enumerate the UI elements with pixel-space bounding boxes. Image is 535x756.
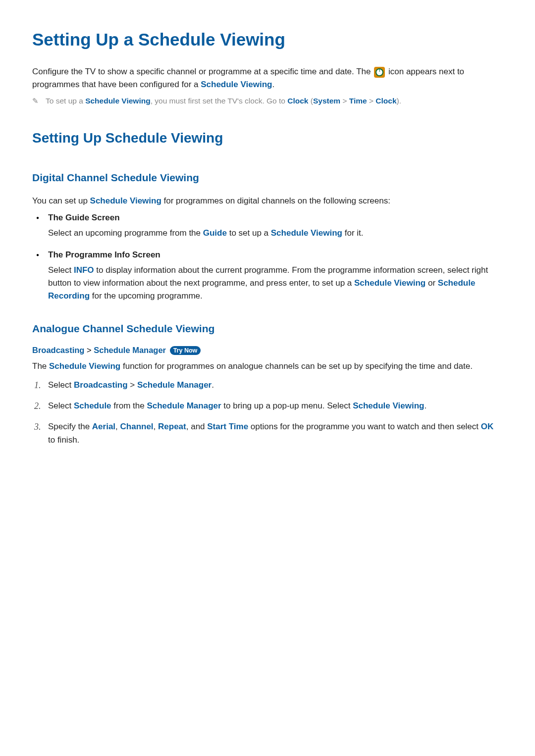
note-sep-2: > — [367, 97, 376, 105]
schedule-viewing-term: Schedule Viewing — [201, 80, 272, 89]
breadcrumb: Broadcasting > Schedule Manager Try Now — [32, 346, 503, 355]
note-clock-2: Clock — [375, 97, 396, 105]
s3-channel: Channel — [120, 422, 154, 431]
bc-schedule-manager: Schedule Manager — [94, 346, 166, 354]
analogue-channel-heading: Analogue Channel Schedule Viewing — [32, 323, 503, 335]
s3-c2: , — [154, 422, 158, 431]
note-icon: ✎ — [32, 97, 39, 105]
guide-sv-term: Schedule Viewing — [271, 228, 342, 238]
digital-list: The Guide Screen Select an upcoming prog… — [32, 213, 503, 302]
guide-screen-title: The Guide Screen — [48, 213, 503, 223]
programme-info-title: The Programme Info Screen — [48, 250, 503, 260]
s2-schedule: Schedule — [74, 401, 111, 410]
s3-start-time: Start Time — [207, 422, 248, 431]
intro-text-1: Configure the TV to show a specific chan… — [32, 67, 373, 76]
try-now-badge[interactable]: Try Now — [170, 346, 201, 355]
note-clock-1: Clock — [287, 97, 308, 105]
digital-intro: You can set up Schedule Viewing for prog… — [32, 195, 503, 207]
s1-post: . — [212, 380, 214, 390]
note-system: System — [313, 97, 340, 105]
note-schedule-viewing: Schedule Viewing — [85, 97, 151, 105]
clock-icon — [374, 67, 385, 78]
list-item: The Programme Info Screen Select INFO to… — [48, 250, 503, 303]
list-item: The Guide Screen Select an upcoming prog… — [48, 213, 503, 240]
note-paren-open: ( — [308, 97, 313, 105]
s2-mid1: from the — [111, 401, 147, 410]
note-time: Time — [349, 97, 367, 105]
s3-ok: OK — [481, 422, 494, 431]
s3-aerial: Aerial — [92, 422, 115, 431]
digital-channel-heading: Digital Channel Schedule Viewing — [32, 172, 503, 184]
note-mid: , you must first set the TV's clock. Go … — [151, 97, 288, 105]
clock-note: ✎ To set up a Schedule Viewing, you must… — [32, 96, 503, 106]
intro-period: . — [272, 80, 274, 89]
pi-body-or: or — [426, 278, 438, 288]
s2-schedule-viewing: Schedule Viewing — [353, 401, 424, 410]
s3-repeat: Repeat — [158, 422, 186, 431]
s3-post: to finish. — [48, 435, 79, 445]
guide-body-pre: Select an upcoming programme from the — [48, 228, 203, 238]
bc-broadcasting: Broadcasting — [32, 346, 84, 354]
s3-pre: Specify the — [48, 422, 92, 431]
s2-mid2: to bring up a pop-up menu. Select — [221, 401, 353, 410]
section-heading-setting-up: Setting Up Schedule Viewing — [32, 130, 503, 146]
pi-body-pre: Select — [48, 265, 74, 275]
digital-intro-post: for programmes on digital channels on th… — [161, 196, 390, 205]
note-paren-close: ). — [397, 97, 401, 105]
bc-sep: > — [84, 346, 94, 354]
guide-body-mid: to set up a — [227, 228, 271, 238]
guide-term: Guide — [203, 228, 227, 238]
digital-intro-pre: You can set up — [32, 196, 90, 205]
programme-info-body: Select INFO to display information about… — [48, 264, 503, 303]
guide-body-post: for it. — [342, 228, 364, 238]
pi-sv-term: Schedule Viewing — [354, 278, 426, 288]
s1-pre: Select — [48, 380, 74, 390]
analogue-intro-pre: The — [32, 361, 49, 371]
info-term: INFO — [74, 265, 94, 275]
guide-screen-body: Select an upcoming programme from the Gu… — [48, 227, 503, 240]
step-item: Specify the Aerial, Channel, Repeat, and… — [48, 420, 503, 447]
s3-c3: , and — [186, 422, 208, 431]
s2-post: . — [424, 401, 427, 410]
s3-c1: , — [115, 422, 120, 431]
analogue-intro-post: function for programmes on analogue chan… — [120, 361, 473, 371]
pi-body-post: for the upcoming programme. — [90, 291, 203, 301]
note-text: To set up a Schedule Viewing, you must f… — [46, 96, 401, 106]
intro-paragraph: Configure the TV to show a specific chan… — [32, 65, 503, 91]
analogue-steps: Select Broadcasting > Schedule Manager. … — [32, 379, 503, 447]
analogue-intro: The Schedule Viewing function for progra… — [32, 360, 503, 373]
s1-broadcasting: Broadcasting — [74, 380, 128, 390]
note-prefix: To set up a — [46, 97, 85, 105]
note-sep-1: > — [340, 97, 349, 105]
digital-intro-sv: Schedule Viewing — [90, 196, 161, 205]
s1-sep: > — [128, 380, 137, 390]
s1-schedule-manager: Schedule Manager — [137, 380, 212, 390]
step-item: Select Broadcasting > Schedule Manager. — [48, 379, 503, 392]
analogue-intro-sv: Schedule Viewing — [49, 361, 120, 371]
page-title: Setting Up a Schedule Viewing — [32, 30, 503, 50]
s3-mid: options for the programme you want to wa… — [248, 422, 481, 431]
s2-pre: Select — [48, 401, 74, 410]
s2-schedule-manager: Schedule Manager — [147, 401, 221, 410]
step-item: Select Schedule from the Schedule Manage… — [48, 400, 503, 412]
